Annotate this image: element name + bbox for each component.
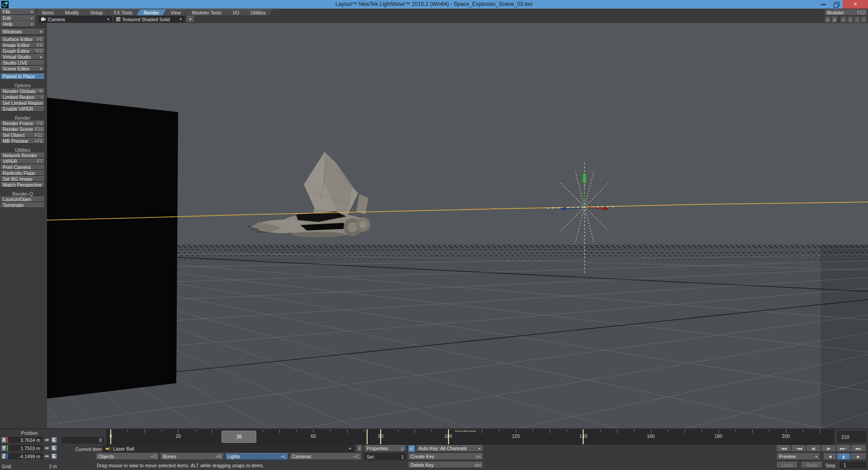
restore-button[interactable] (830, 0, 843, 9)
close-button[interactable]: × (843, 0, 868, 9)
z-stepper[interactable]: ◀▶ (44, 453, 50, 459)
next-frame-button[interactable]: ||▶ (821, 445, 835, 452)
x-envelope-button[interactable]: E (51, 437, 57, 443)
autokey-mode-dropdown[interactable]: Auto Key: All Channels ▼ (416, 445, 483, 452)
previous-key-button[interactable]: +◀◀ (792, 445, 806, 452)
z-envelope-button[interactable]: E (51, 453, 57, 459)
sidebar-item-radiosity-flags[interactable]: Radiosity Flags (0, 170, 45, 176)
redo-button[interactable]: Redo (801, 462, 822, 468)
sidebar-item-print-camera[interactable]: Print Camera (0, 164, 45, 170)
sidebar-item-viper[interactable]: VIPERF7 (0, 159, 45, 164)
item-list-button[interactable] (356, 445, 363, 452)
undo-button[interactable]: Undo (777, 462, 798, 468)
autokey-checkbox[interactable]: ✓ (408, 445, 415, 452)
y-axis-grip[interactable] (583, 174, 586, 183)
select-bones-button[interactable]: Bones+B (160, 453, 224, 460)
x-stepper[interactable]: ◀▶ (44, 437, 50, 443)
z-channel-button[interactable]: Z (1, 453, 6, 459)
sidebar-item-sel-object[interactable]: Sel ObjectF11 (0, 132, 45, 138)
keyframe-marker[interactable] (380, 429, 381, 444)
go-to-last-frame-button[interactable]: ▶▶| (851, 445, 866, 452)
tab-view[interactable]: View (163, 9, 188, 15)
sidebar-item-graph-editor[interactable]: Graph Editor^F2 (0, 48, 45, 54)
sidebar-item-launch-open[interactable]: Launch/Open (0, 197, 45, 202)
viewport-options-dropdown[interactable]: ▼ (186, 16, 194, 23)
current-item-selector[interactable]: Laser Ball ▼ (103, 445, 354, 452)
sidebar-item-surface-editor[interactable]: Surface EditorF5 (0, 37, 45, 42)
delete-key-button[interactable]: Delete Key del (408, 462, 483, 468)
select-objects-button[interactable]: Objects+O (96, 453, 159, 460)
sidebar-item-set-bg-image[interactable]: Set BG Image (0, 176, 45, 182)
sidebar-item-studio-live[interactable]: Studio LIVE (0, 60, 45, 66)
zoom-view-icon[interactable] (861, 17, 867, 23)
sidebar-item-limited-region[interactable]: Limited Regionl (0, 94, 45, 100)
step-field[interactable]: 1 (840, 462, 866, 468)
sidebar-item-network-render[interactable]: Network Render (0, 153, 45, 158)
keyframe-marker[interactable] (448, 429, 449, 444)
next-key-button[interactable]: ▶▶+ (836, 445, 850, 452)
viewport-menu-icon[interactable] (825, 17, 831, 23)
move-view-icon[interactable] (847, 17, 854, 23)
sidebar-item-parent-in-place[interactable]: Parent in Place (0, 74, 45, 80)
sidebar-item-set-limited-region[interactable]: Set Limited Region (0, 100, 45, 106)
properties-button[interactable]: Properties p (364, 445, 406, 452)
x-value-field[interactable]: 3.7634 m (8, 437, 42, 443)
current-frame-field[interactable]: 0 (62, 437, 104, 443)
timeline-frame-slider[interactable]: 38 (222, 431, 256, 443)
help-menu[interactable]: Help▼ (0, 21, 36, 27)
x-axis-handle[interactable] (588, 208, 604, 209)
tab-render[interactable]: Render (137, 9, 166, 15)
sidebar-item-render-globals[interactable]: Render Globals^P (0, 89, 45, 94)
pause-button[interactable]: || (837, 453, 850, 460)
select-cameras-button[interactable]: Cameras+C (290, 453, 362, 460)
sidebar-item-scene-editor[interactable]: Scene Editor▼ (0, 66, 45, 71)
file-menu[interactable]: File▼ (0, 9, 36, 15)
z-value-field[interactable]: -4.1499 m (8, 453, 42, 459)
sidebar-item-match-perspective[interactable]: Match Perspective (0, 182, 45, 188)
3d-viewport[interactable] (47, 23, 868, 428)
keyframe-marker[interactable] (583, 429, 584, 444)
black-plane-object[interactable] (47, 98, 178, 399)
keyframe-marker[interactable] (367, 429, 368, 444)
sidebar-item-image-editor[interactable]: Image EditorF6 (0, 42, 45, 48)
keyframe-marker[interactable] (110, 429, 111, 444)
sidebar-item-mb-preview[interactable]: MB Preview+F9 (0, 138, 45, 144)
edit-menu[interactable]: Edit▼ (0, 15, 36, 21)
preview-dropdown[interactable]: Preview ▼ (777, 453, 820, 460)
x-channel-button[interactable]: X (1, 437, 6, 443)
tab-modeler-tools[interactable]: Modeler Tools (185, 9, 229, 15)
y-channel-button[interactable]: Y (1, 445, 6, 451)
pan-view-icon[interactable] (840, 17, 847, 23)
modeler-switch-button[interactable]: Modeler F12 (825, 9, 868, 16)
play-reverse-button[interactable]: ◀ (824, 453, 836, 460)
save-view-icon[interactable] (831, 17, 838, 23)
sidebar-item-virtual-studio[interactable]: Virtual Studio▼ (0, 54, 45, 60)
sidebar-item-render-scene[interactable]: Render SceneF10 (0, 127, 45, 132)
rotate-view-icon[interactable] (854, 17, 860, 23)
sidebar-item-render-frame[interactable]: Render FrameF9 (0, 121, 45, 126)
viewport-shading-selector[interactable]: T Textured Shaded Solid ▼ (114, 16, 184, 23)
sidebar-item-enable-viper[interactable]: Enable VIPER (0, 106, 45, 112)
play-forward-button[interactable]: ▶ (851, 453, 866, 460)
create-key-button[interactable]: Create Key ret (408, 453, 483, 460)
minimize-button[interactable] (816, 0, 830, 9)
select-lights-button[interactable]: Lights+L (225, 453, 288, 460)
tab-setup[interactable]: Setup (83, 9, 110, 15)
sidebar-item-terminate[interactable]: Terminate (0, 202, 45, 208)
spaceship-object[interactable] (248, 152, 370, 237)
y-value-field[interactable]: 1.7503 m (8, 445, 42, 451)
go-to-first-frame-button[interactable]: |◀◀ (777, 445, 791, 452)
previous-frame-button[interactable]: ◀|| (807, 445, 821, 452)
timeline-ruler[interactable]: 02040608010012014016018020038 (106, 429, 834, 445)
y-envelope-button[interactable]: E (51, 445, 57, 451)
y-stepper[interactable]: ◀▶ (44, 445, 50, 451)
viewport-view-selector[interactable]: Camera ▼ (39, 16, 112, 23)
windows-menu[interactable]: Windows▼ (0, 29, 45, 35)
end-frame-field[interactable]: 210 (837, 431, 866, 442)
tab-io[interactable]: I/O (226, 9, 246, 15)
tab-items[interactable]: Items (35, 9, 61, 15)
light-item-laser-ball[interactable] (560, 163, 609, 275)
tab-utilities[interactable]: Utilities (243, 9, 273, 15)
z-axis-handle[interactable] (565, 208, 581, 209)
tab-fx-tools[interactable]: FX Tools (107, 9, 140, 15)
